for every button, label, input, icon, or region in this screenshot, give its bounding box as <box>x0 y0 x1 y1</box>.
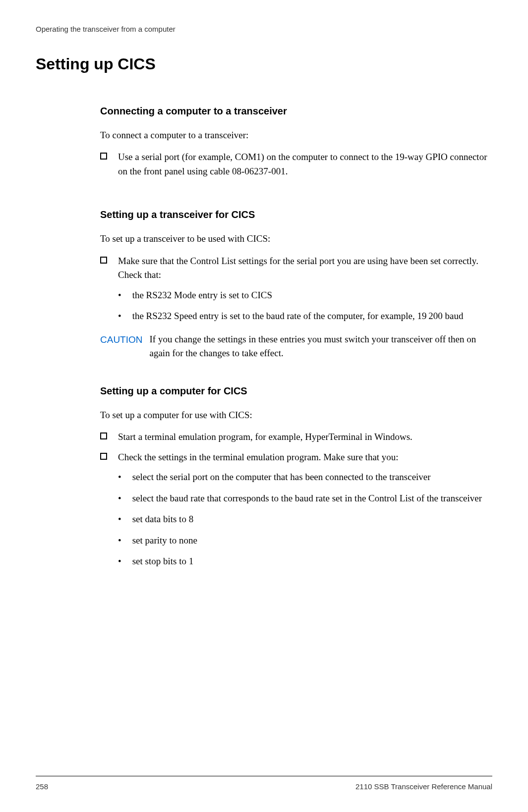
section3-bullet1-text: select the serial port on the computer t… <box>132 470 492 485</box>
section3-intro: To set up a computer for use with CICS: <box>100 408 492 423</box>
bullet-item: • the RS232 Mode entry is set to CICS <box>118 288 492 303</box>
section2-intro: To set up a transceiver to be used with … <box>100 232 492 246</box>
section3-bullet3-text: set data bits to 8 <box>132 512 492 527</box>
bullet-item: • select the serial port on the computer… <box>118 470 492 485</box>
section1-item1-text: Use a serial port (for example, COM1) on… <box>118 150 492 178</box>
bullet-dot-icon: • <box>118 554 121 569</box>
bullet-dot-icon: • <box>118 288 121 303</box>
section3-bullet5-text: set stop bits to 1 <box>132 554 492 569</box>
bullet-dot-icon: • <box>118 534 121 548</box>
section3-bullet2-text: select the baud rate that corresponds to… <box>132 491 492 506</box>
section2-bullet2-text: the RS232 Speed entry is set to the baud… <box>132 309 492 324</box>
caution-text: If you change the settings in these entr… <box>150 332 493 361</box>
checkbox-icon <box>100 453 107 460</box>
section2-item1-text: Make sure that the Control List settings… <box>118 254 492 282</box>
checkbox-icon <box>100 433 107 439</box>
section3-checkbox-item1: Start a terminal emulation program, for … <box>100 430 492 444</box>
bullet-item: • set parity to none <box>118 534 492 548</box>
section3-heading: Setting up a computer for CICS <box>100 383 492 398</box>
page-title: Setting up CICS <box>36 52 492 76</box>
page-number: 258 <box>36 781 48 793</box>
bullet-dot-icon: • <box>118 470 121 485</box>
bullet-dot-icon: • <box>118 512 121 527</box>
caution-label: CAUTION <box>100 332 143 347</box>
section3-bullet-list: • select the serial port on the computer… <box>118 470 492 569</box>
document-name: 2110 SSB Transceiver Reference Manual <box>355 781 492 793</box>
section1-checkbox-item: Use a serial port (for example, COM1) on… <box>100 150 492 178</box>
checkbox-icon <box>100 257 107 264</box>
page-footer: 258 2110 SSB Transceiver Reference Manua… <box>36 776 492 793</box>
bullet-item: • the RS232 Speed entry is set to the ba… <box>118 309 492 324</box>
section3-bullet4-text: set parity to none <box>132 534 492 548</box>
bullet-dot-icon: • <box>118 309 121 324</box>
section3-item2-text: Check the settings in the terminal emula… <box>118 450 492 465</box>
section2-heading: Setting up a transceiver for CICS <box>100 207 492 222</box>
bullet-item: • select the baud rate that corresponds … <box>118 491 492 506</box>
section2-checkbox-item: Make sure that the Control List settings… <box>100 254 492 282</box>
section3-item1-text: Start a terminal emulation program, for … <box>118 430 492 444</box>
page-header: Operating the transceiver from a compute… <box>36 24 492 35</box>
section1-intro: To connect a computer to a transceiver: <box>100 128 492 143</box>
section2-bullet1-text: the RS232 Mode entry is set to CICS <box>132 288 492 303</box>
bullet-dot-icon: • <box>118 491 121 506</box>
section3-checkbox-item2: Check the settings in the terminal emula… <box>100 450 492 465</box>
section2-bullet-list: • the RS232 Mode entry is set to CICS • … <box>118 288 492 324</box>
section1-heading: Connecting a computer to a transceiver <box>100 104 492 118</box>
bullet-item: • set data bits to 8 <box>118 512 492 527</box>
bullet-item: • set stop bits to 1 <box>118 554 492 569</box>
content-area: Connecting a computer to a transceiver T… <box>100 104 492 569</box>
caution-row: CAUTION If you change the settings in th… <box>100 332 492 361</box>
checkbox-icon <box>100 153 107 160</box>
